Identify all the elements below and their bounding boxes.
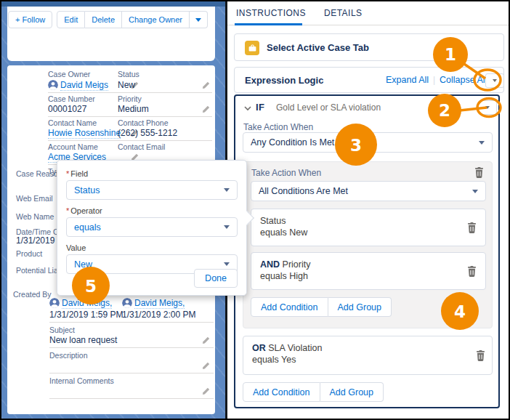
created-by-user[interactable]: David Meigs, (62, 298, 112, 308)
edit-pencil-icon[interactable] (202, 362, 210, 370)
chevron-down-icon[interactable] (244, 106, 251, 111)
avatar (122, 298, 132, 308)
field-select[interactable]: Status (66, 180, 238, 200)
contact-phone-label: Contact Phone (118, 118, 168, 127)
trash-icon[interactable] (467, 222, 477, 233)
group-take-action-label: Take Action When (251, 168, 321, 178)
avatar (49, 298, 60, 308)
created-by-date: 1/31/2019 1:59 PM (49, 310, 123, 320)
screenshot-frame: + Follow Edit Delete Change Owner Case O… (0, 0, 510, 420)
dropdown-arrow-icon (472, 190, 478, 193)
if-keyword: IF (256, 102, 265, 113)
case-number-label: Case Number (48, 94, 95, 103)
priority-value: Medium (118, 104, 149, 114)
field-label: *Field (66, 169, 238, 178)
edit-pencil-icon[interactable] (202, 81, 210, 89)
collapse-all-link[interactable]: Collapse All (440, 75, 487, 85)
priority-label: Priority (118, 94, 142, 103)
if-add-buttons: Add Condition Add Group (243, 382, 384, 402)
add-group-button[interactable]: Add Group (328, 297, 392, 317)
expression-logic-title: Expression Logic (245, 75, 323, 86)
trash-icon[interactable] (467, 266, 477, 277)
web-email-label: Web Email (16, 194, 53, 203)
dropdown-arrow-icon (485, 106, 490, 109)
dropdown-arrow-icon (479, 141, 485, 145)
field-underline (49, 398, 214, 399)
field-underline (118, 116, 212, 117)
required-asterisk: * (66, 169, 69, 178)
dropdown-arrow-icon (224, 262, 230, 266)
operator-select[interactable]: equals (66, 217, 238, 237)
add-condition-button[interactable]: Add Condition (243, 382, 320, 402)
condition-row-sla[interactable]: OR SLA Violation equals Yes (243, 336, 493, 375)
highlights-panel: + Follow Edit Delete Change Owner (7, 7, 215, 61)
action-button-row: + Follow Edit Delete Change Owner (8, 11, 208, 28)
select-active-case-tab-title: Select Active Case Tab (267, 42, 369, 53)
case-owner-value[interactable]: David Meigs (60, 80, 108, 90)
tab-instructions[interactable]: INSTRUCTIONS (236, 8, 306, 18)
header-strip (1, 1, 227, 7)
trash-icon[interactable] (474, 167, 484, 178)
case-number-value: 00001027 (48, 104, 86, 114)
dropdown-arrow-icon (195, 18, 201, 22)
condition-row-status[interactable]: Status equals New (251, 209, 486, 246)
edit-pencil-icon[interactable] (202, 105, 210, 113)
datetime-opened-value: 1/31/2019 (16, 235, 54, 246)
contact-email-label: Contact Email (118, 142, 165, 151)
if-block-card[interactable]: IF Gold Level or SLA violation Take Acti… (234, 94, 500, 408)
edit-button[interactable]: Edit (57, 11, 85, 28)
case-icon (245, 41, 259, 55)
link-separator: | (433, 75, 435, 85)
add-group-button[interactable]: Add Group (320, 382, 384, 402)
subject-label: Subject (49, 326, 75, 334)
instructions-pane: INSTRUCTIONS DETAILS Select Active Case … (227, 1, 509, 419)
field-underline (118, 92, 212, 93)
modified-by-date: 1/31/2019 2:00 PM (122, 310, 195, 320)
any-condition-select[interactable]: Any Condition Is Met (243, 132, 493, 153)
if-name: Gold Level or SLA violation (276, 102, 381, 113)
follow-button[interactable]: + Follow (8, 11, 52, 28)
description-label: Description (49, 351, 88, 360)
all-conditions-select[interactable]: All Conditions Are Met (251, 181, 486, 201)
active-tab-underline (235, 23, 302, 25)
contact-name-label: Contact Name (48, 118, 97, 127)
field-underline (49, 373, 214, 373)
field-underline (118, 140, 212, 141)
tab-details[interactable]: DETAILS (324, 8, 363, 18)
trash-icon[interactable] (476, 350, 485, 361)
internal-comments-label: Internal Comments (49, 376, 114, 385)
product-label: Product (16, 249, 42, 258)
operator-label: *Operator (66, 206, 238, 215)
dropdown-arrow-icon (224, 188, 230, 192)
contact-phone-value: (262) 555-1212 (118, 128, 177, 138)
case-owner-label: Case Owner (48, 70, 90, 78)
done-button[interactable]: Done (194, 269, 238, 288)
dropdown-arrow-icon (493, 79, 497, 82)
edit-pencil-icon[interactable] (202, 387, 210, 395)
condition-row-priority[interactable]: AND Priority equals High (251, 252, 486, 290)
add-condition-button[interactable]: Add Condition (251, 297, 328, 317)
more-actions-button[interactable] (190, 11, 208, 28)
expression-logic-card: Expression Logic Expand All | Collapse A… (234, 67, 504, 93)
required-asterisk: * (66, 206, 69, 215)
delete-button[interactable]: Delete (85, 11, 122, 28)
change-owner-button[interactable]: Change Owner (122, 11, 190, 28)
avatar (48, 80, 58, 90)
condition-group: Take Action When All Conditions Are Met … (243, 161, 493, 328)
expression-logic-menu-button[interactable] (485, 73, 504, 88)
select-active-case-tab-card[interactable]: Select Active Case Tab (234, 33, 504, 61)
condition-popup: *Field Status *Operator equals Value New… (57, 160, 247, 296)
field-underline (49, 347, 214, 348)
tab-bar: INSTRUCTIONS DETAILS (227, 1, 509, 25)
case-record-pane: + Follow Edit Delete Change Owner Case O… (1, 1, 227, 419)
status-value: New (118, 80, 135, 90)
web-name-label: Web Name (16, 212, 54, 221)
if-block-menu-button[interactable] (478, 100, 497, 115)
contact-name-value[interactable]: Howie Rosenshine (48, 128, 121, 138)
take-action-when-label: Take Action When (243, 122, 313, 132)
edit-pencil-icon[interactable] (202, 336, 210, 344)
case-reason-label: Case Reason (16, 169, 62, 178)
modified-by-user[interactable]: David Meigs, (134, 298, 185, 308)
group-add-buttons: Add Condition Add Group (251, 297, 392, 317)
expand-all-link[interactable]: Expand All (386, 75, 429, 85)
